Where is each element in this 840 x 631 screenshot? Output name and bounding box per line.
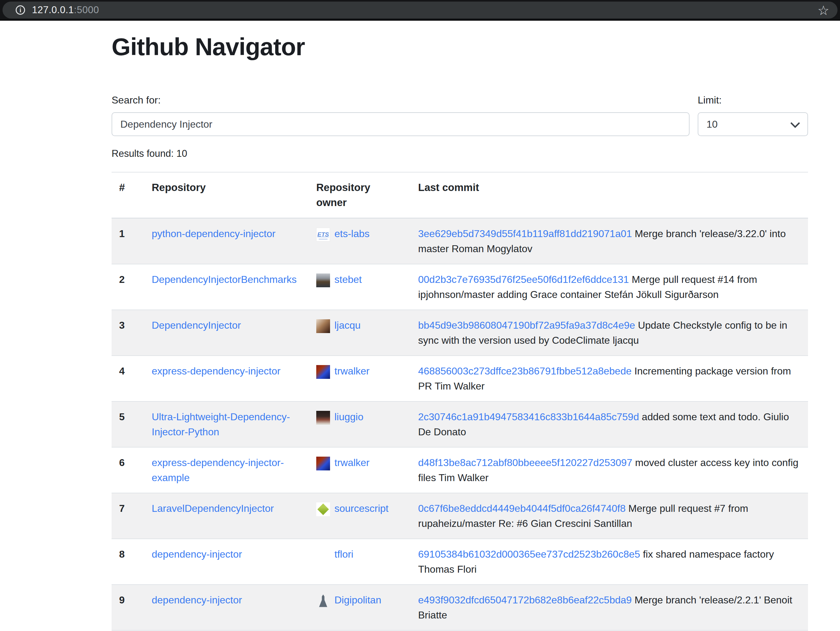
row-number: 8 — [112, 539, 144, 585]
owner-link[interactable]: liuggio — [335, 411, 363, 422]
table-row: 9 dependency-injector Digipolitan e493f9… — [112, 585, 808, 630]
search-row: Search for: Limit: 10 — [112, 94, 808, 136]
row-number: 3 — [112, 310, 144, 356]
owner-cell: Digipolitan — [309, 585, 411, 630]
repo-link[interactable]: DependencyInjector — [152, 319, 241, 331]
commit-hash-link[interactable]: 00d2b3c7e76935d76f25ee50f6d1f2ef6ddce131 — [418, 274, 629, 285]
bookmark-star-icon[interactable]: ☆ — [818, 3, 829, 18]
owner-cell: tflori — [309, 539, 411, 585]
owner-link[interactable]: trwalker — [335, 457, 369, 468]
repo-cell: dependency-injector — [144, 539, 309, 585]
owner-cell: liuggio — [309, 402, 411, 447]
owner-link[interactable]: Digipolitan — [335, 594, 381, 606]
content-container: Github Navigator Search for: Limit: 10 R… — [112, 33, 808, 631]
repo-cell: dependency-injector — [144, 585, 309, 630]
owner-link[interactable]: ljacqu — [335, 319, 361, 331]
owner-link[interactable]: sourcescript — [335, 503, 388, 514]
commit-hash-link[interactable]: 0c67f6be8eddcd4449eb4044f5df0ca26f4740f8 — [418, 503, 625, 514]
limit-select[interactable]: 10 — [698, 112, 808, 136]
repo-link[interactable]: dependency-injector — [152, 594, 242, 606]
page-title: Github Navigator — [112, 33, 808, 61]
table-row: 8 dependency-injector tflori 69105384b61… — [112, 539, 808, 585]
commit-cell: 2c30746c1a91b4947583416c833b1644a85c759d… — [411, 402, 808, 447]
header-owner: Repository owner — [309, 172, 411, 218]
commit-hash-link[interactable]: 468856003c273dffce23b86791fbbe512a8ebede — [418, 365, 632, 376]
page: Github Navigator Search for: Limit: 10 R… — [0, 33, 840, 631]
repo-cell: Ultra-Lightweight-Dependency-Injector-Py… — [144, 402, 309, 447]
owner-cell: stebet — [309, 264, 411, 310]
owner-avatar — [316, 503, 330, 516]
commit-cell: d48f13be8ac712abf80bbeeee5f120227d253097… — [411, 447, 808, 493]
commit-hash-link[interactable]: 2c30746c1a91b4947583416c833b1644a85c759d — [418, 411, 639, 422]
search-column: Search for: — [112, 94, 690, 136]
owner-avatar — [316, 457, 330, 470]
owner-link[interactable]: stebet — [335, 274, 362, 285]
commit-cell: 00d2b3c7e76935d76f25ee50f6d1f2ef6ddce131… — [411, 264, 808, 310]
header-num: # — [112, 172, 144, 218]
table-header-row: # Repository Repository owner Last commi… — [112, 172, 808, 218]
commit-cell: e493f9032dfcd65047172b682e8b6eaf22c5bda9… — [411, 585, 808, 630]
search-input[interactable] — [112, 112, 690, 136]
commit-hash-link[interactable]: 3ee629eb5d7349d55f41b119aff81dd219071a01 — [418, 228, 632, 239]
limit-column: Limit: 10 — [698, 94, 808, 136]
row-number: 7 — [112, 493, 144, 539]
owner-avatar — [316, 365, 330, 379]
commit-hash-link[interactable]: 69105384b61032d000365ee737cd2523b260c8e5 — [418, 549, 640, 560]
repo-link[interactable]: dependency-injector — [152, 549, 242, 560]
owner-link[interactable]: trwalker — [335, 365, 369, 376]
repo-link[interactable]: python-dependency-injector — [152, 228, 276, 239]
owner-avatar: ETS — [316, 228, 330, 242]
row-number: 5 — [112, 402, 144, 447]
owner-avatar — [316, 548, 330, 562]
owner-cell: trwalker — [309, 356, 411, 402]
table-row: 6 express-dependency-injector-example tr… — [112, 447, 808, 493]
repo-cell: express-dependency-injector-example — [144, 447, 309, 493]
limit-select-wrap: 10 — [698, 112, 808, 136]
limit-label: Limit: — [698, 94, 808, 106]
repo-link[interactable]: DependencyInjectorBenchmarks — [152, 274, 297, 285]
commit-hash-link[interactable]: d48f13be8ac712abf80bbeeee5f120227d253097 — [418, 457, 632, 468]
url-port: :5000 — [74, 5, 99, 15]
header-repository: Repository — [144, 172, 309, 218]
owner-avatar — [316, 274, 330, 287]
table-row: 5 Ultra-Lightweight-Dependency-Injector-… — [112, 402, 808, 447]
owner-cell: sourcescript — [309, 493, 411, 539]
row-number: 1 — [112, 218, 144, 264]
row-number: 6 — [112, 447, 144, 493]
commit-hash-link[interactable]: bb45d9e3b98608047190bf72a95fa9a37d8c4e9e — [418, 319, 635, 331]
commit-hash-link[interactable]: e493f9032dfcd65047172b682e8b6eaf22c5bda9 — [418, 594, 632, 606]
results-table: # Repository Repository owner Last commi… — [112, 172, 808, 631]
owner-cell: ETSets-labs — [309, 218, 411, 264]
table-body: 1 python-dependency-injector ETSets-labs… — [112, 218, 808, 631]
row-number: 2 — [112, 264, 144, 310]
search-label: Search for: — [112, 94, 690, 106]
row-number: 9 — [112, 585, 144, 630]
owner-link[interactable]: ets-labs — [335, 228, 369, 239]
url-bar[interactable]: i 127.0.0.1:5000 ☆ — [3, 2, 837, 19]
repo-cell: DependencyInjectorBenchmarks — [144, 264, 309, 310]
url-host: 127.0.0.1 — [32, 5, 74, 15]
table-head: # Repository Repository owner Last commi… — [112, 172, 808, 218]
repo-link[interactable]: express-dependency-injector-example — [152, 457, 284, 483]
header-last-commit: Last commit — [411, 172, 808, 218]
repo-link[interactable]: express-dependency-injector — [152, 365, 281, 376]
repo-link[interactable]: LaravelDependencyInjector — [152, 503, 274, 514]
table-row: 2 DependencyInjectorBenchmarks stebet 00… — [112, 264, 808, 310]
results-summary: Results found: 10 — [112, 148, 808, 159]
table-row: 1 python-dependency-injector ETSets-labs… — [112, 218, 808, 264]
site-info-icon[interactable]: i — [16, 5, 25, 15]
table-row: 7 LaravelDependencyInjector sourcescript… — [112, 493, 808, 539]
commit-cell: 69105384b61032d000365ee737cd2523b260c8e5… — [411, 539, 808, 585]
commit-cell: 468856003c273dffce23b86791fbbe512a8ebede… — [411, 356, 808, 402]
repo-cell: python-dependency-injector — [144, 218, 309, 264]
table-row: 4 express-dependency-injector trwalker 4… — [112, 356, 808, 402]
owner-link[interactable]: tflori — [335, 549, 353, 560]
repo-cell: express-dependency-injector — [144, 356, 309, 402]
commit-cell: 0c67f6be8eddcd4449eb4044f5df0ca26f4740f8… — [411, 493, 808, 539]
url-text: 127.0.0.1:5000 — [32, 5, 99, 16]
row-number: 4 — [112, 356, 144, 402]
avatar-text: ETS — [317, 230, 329, 239]
repo-link[interactable]: Ultra-Lightweight-Dependency-Injector-Py… — [152, 411, 290, 438]
owner-avatar — [316, 411, 330, 425]
table-row: 3 DependencyInjector ljacqu bb45d9e3b986… — [112, 310, 808, 356]
